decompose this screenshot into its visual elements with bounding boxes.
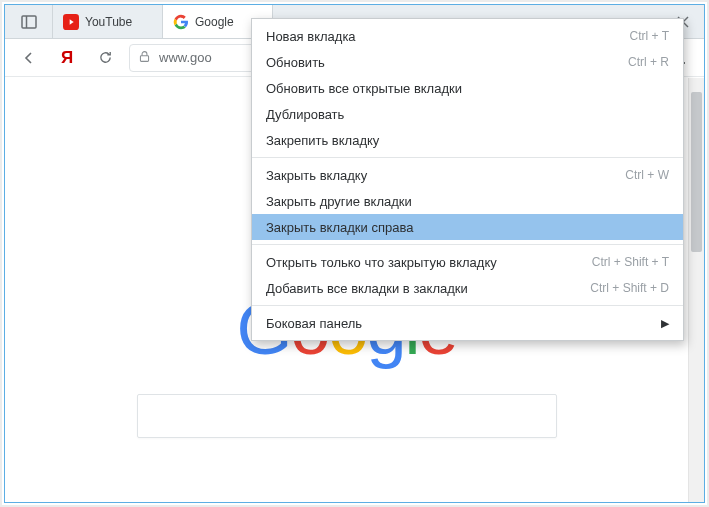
tab-label: Google	[195, 15, 234, 29]
submenu-arrow-icon: ▶	[661, 317, 669, 330]
separator	[252, 157, 683, 158]
search-input[interactable]	[137, 394, 557, 438]
ctx-reopen-closed[interactable]: Открыть только что закрытую вкладкуCtrl …	[252, 249, 683, 275]
ctx-close-right[interactable]: Закрыть вкладки справа	[252, 214, 683, 240]
svg-rect-0	[22, 16, 36, 28]
lock-icon	[138, 49, 151, 67]
url-text: www.goo	[159, 50, 212, 65]
separator	[252, 244, 683, 245]
chevron-left-icon	[21, 50, 37, 66]
ctx-duplicate[interactable]: Дублировать	[252, 101, 683, 127]
reload-icon	[98, 50, 113, 65]
ctx-close-others[interactable]: Закрыть другие вкладки	[252, 188, 683, 214]
yandex-home-button[interactable]: Я	[53, 44, 81, 72]
ctx-close-tab[interactable]: Закрыть вкладкуCtrl + W	[252, 162, 683, 188]
youtube-icon	[63, 14, 79, 30]
ctx-pin[interactable]: Закрепить вкладку	[252, 127, 683, 153]
ctx-reload-all[interactable]: Обновить все открытые вкладки	[252, 75, 683, 101]
tab-context-menu: Новая вкладкаCtrl + T ОбновитьCtrl + R О…	[251, 18, 684, 341]
reload-button[interactable]	[91, 44, 119, 72]
sidebar-toggle-button[interactable]	[5, 5, 53, 38]
tab-youtube[interactable]: YouTube	[53, 5, 163, 38]
google-icon	[173, 14, 189, 30]
back-button[interactable]	[15, 44, 43, 72]
vertical-scrollbar[interactable]	[688, 78, 704, 502]
ctx-side-panel[interactable]: Боковая панель▶	[252, 310, 683, 336]
ctx-bookmark-all[interactable]: Добавить все вкладки в закладкиCtrl + Sh…	[252, 275, 683, 301]
tab-label: YouTube	[85, 15, 132, 29]
ctx-new-tab[interactable]: Новая вкладкаCtrl + T	[252, 23, 683, 49]
separator	[252, 305, 683, 306]
ctx-reload[interactable]: ОбновитьCtrl + R	[252, 49, 683, 75]
svg-rect-5	[140, 55, 148, 61]
